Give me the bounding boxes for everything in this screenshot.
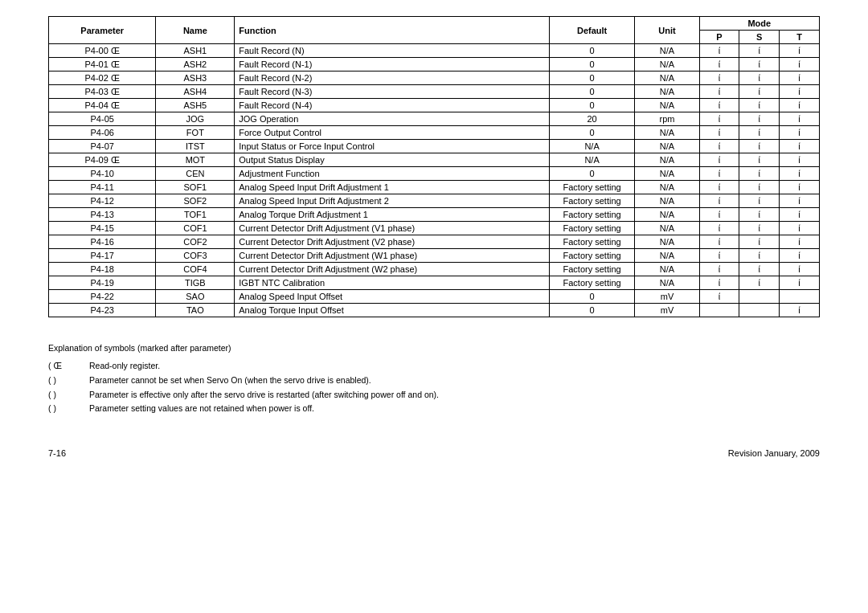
cell-param: P4-16 xyxy=(49,235,156,249)
cell-param: P4-17 xyxy=(49,249,156,263)
footnote-item: ( )Parameter setting values are not reta… xyxy=(48,402,820,416)
cell-function: Fault Record (N) xyxy=(235,44,549,58)
cell-name: TOF1 xyxy=(156,208,235,222)
header-default: Default xyxy=(549,17,635,44)
cell-unit: N/A xyxy=(635,235,699,249)
table-row: P4-18COF4Current Detector Drift Adjustme… xyxy=(49,263,820,276)
cell-name: COF1 xyxy=(156,222,235,235)
cell-t: ί xyxy=(780,181,820,194)
cell-name: MOT xyxy=(156,153,235,167)
cell-p: ί xyxy=(699,222,739,235)
parameters-table: Parameter Name Function Default Unit Mod… xyxy=(48,16,820,317)
cell-param: P4-12 xyxy=(49,194,156,208)
cell-s: ί xyxy=(739,99,780,112)
cell-param: P4-13 xyxy=(49,208,156,222)
cell-name: TIGB xyxy=(156,276,235,290)
header-mode: Mode xyxy=(699,17,819,31)
cell-p: ί xyxy=(699,181,739,194)
cell-default: N/A xyxy=(549,153,635,167)
cell-p: ί xyxy=(699,263,739,276)
cell-unit: N/A xyxy=(635,276,699,290)
cell-unit: N/A xyxy=(635,153,699,167)
cell-name: CEN xyxy=(156,167,235,181)
cell-s: ί xyxy=(739,249,780,263)
cell-param: P4-04 Œ xyxy=(49,99,156,112)
cell-unit: N/A xyxy=(635,222,699,235)
cell-s: ί xyxy=(739,276,780,290)
footnote-text: Parameter cannot be set when Servo On (w… xyxy=(89,374,371,388)
cell-t: ί xyxy=(780,235,820,249)
cell-function: Fault Record (N-2) xyxy=(235,72,549,85)
cell-p xyxy=(699,304,739,317)
cell-p: ί xyxy=(699,44,739,58)
cell-unit: mV xyxy=(635,304,699,317)
cell-t: ί xyxy=(780,304,820,317)
cell-function: Analog Speed Input Drift Adjustment 2 xyxy=(235,194,549,208)
footnote-item: ( )Parameter cannot be set when Servo On… xyxy=(48,374,820,388)
revision-date: Revision January, 2009 xyxy=(728,448,820,458)
cell-s: ί xyxy=(739,44,780,58)
cell-name: SOF2 xyxy=(156,194,235,208)
cell-unit: N/A xyxy=(635,208,699,222)
table-row: P4-11SOF1Analog Speed Input Drift Adjust… xyxy=(49,181,820,194)
header-p: P xyxy=(699,31,739,44)
table-row: P4-09 ŒMOTOutput Status DisplayN/AN/Aίίί xyxy=(49,153,820,167)
cell-function: Analog Torque Drift Adjustment 1 xyxy=(235,208,549,222)
cell-s: ί xyxy=(739,263,780,276)
cell-t: ί xyxy=(780,222,820,235)
cell-t: ί xyxy=(780,58,820,72)
cell-t: ί xyxy=(780,208,820,222)
cell-param: P4-15 xyxy=(49,222,156,235)
cell-name: SOF1 xyxy=(156,181,235,194)
cell-function: Force Output Control xyxy=(235,126,549,140)
cell-t: ί xyxy=(780,194,820,208)
cell-param: P4-05 xyxy=(49,112,156,126)
cell-t: ί xyxy=(780,249,820,263)
cell-param: P4-07 xyxy=(49,140,156,153)
table-row: P4-10CENAdjustment Function0N/Aίίί xyxy=(49,167,820,181)
cell-function: Fault Record (N-1) xyxy=(235,58,549,72)
table-row: P4-16COF2Current Detector Drift Adjustme… xyxy=(49,235,820,249)
cell-default: N/A xyxy=(549,140,635,153)
cell-default: Factory setting xyxy=(549,194,635,208)
cell-t: ί xyxy=(780,85,820,99)
table-row: P4-03 ŒASH4Fault Record (N-3)0N/Aίίί xyxy=(49,85,820,99)
cell-default: Factory setting xyxy=(549,235,635,249)
footnotes-section: Explanation of symbols (marked after par… xyxy=(48,341,820,416)
cell-param: P4-03 Œ xyxy=(49,85,156,99)
table-row: P4-00 ŒASH1Fault Record (N)0N/Aίίί xyxy=(49,44,820,58)
cell-p: ί xyxy=(699,276,739,290)
table-row: P4-05JOGJOG Operation20rpmίίί xyxy=(49,112,820,126)
cell-default: 0 xyxy=(549,72,635,85)
cell-name: TAO xyxy=(156,304,235,317)
cell-function: Analog Speed Input Drift Adjustment 1 xyxy=(235,181,549,194)
table-row: P4-13TOF1Analog Torque Drift Adjustment … xyxy=(49,208,820,222)
cell-unit: N/A xyxy=(635,263,699,276)
cell-p: ί xyxy=(699,58,739,72)
cell-function: Analog Torque Input Offset xyxy=(235,304,549,317)
cell-param: P4-00 Œ xyxy=(49,44,156,58)
cell-function: IGBT NTC Calibration xyxy=(235,276,549,290)
cell-function: Adjustment Function xyxy=(235,167,549,181)
cell-p: ί xyxy=(699,290,739,304)
cell-t: ί xyxy=(780,263,820,276)
cell-name: COF4 xyxy=(156,263,235,276)
cell-function: Current Detector Drift Adjustment (W2 ph… xyxy=(235,263,549,276)
cell-unit: N/A xyxy=(635,126,699,140)
cell-t: ί xyxy=(780,167,820,181)
cell-p: ί xyxy=(699,140,739,153)
footnotes-title: Explanation of symbols (marked after par… xyxy=(48,341,820,356)
cell-param: P4-23 xyxy=(49,304,156,317)
cell-function: Output Status Display xyxy=(235,153,549,167)
footnote-item: ( ŒRead-only register. xyxy=(48,359,820,374)
cell-t: ί xyxy=(780,276,820,290)
header-function: Function xyxy=(235,17,549,44)
cell-unit: N/A xyxy=(635,99,699,112)
footnote-symbol: ( ) xyxy=(48,374,84,388)
cell-name: FOT xyxy=(156,126,235,140)
cell-p: ί xyxy=(699,99,739,112)
cell-default: 0 xyxy=(549,99,635,112)
cell-name: COF2 xyxy=(156,235,235,249)
cell-unit: N/A xyxy=(635,85,699,99)
cell-function: Fault Record (N-4) xyxy=(235,99,549,112)
